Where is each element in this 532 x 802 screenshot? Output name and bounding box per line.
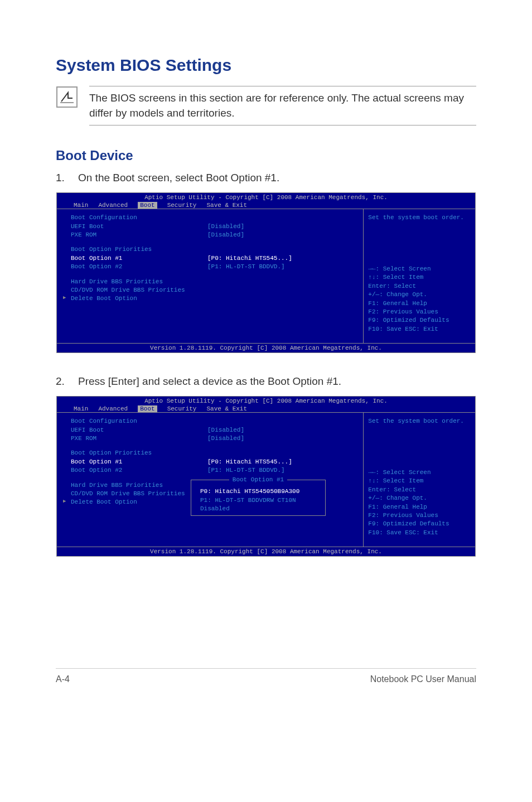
uefi-boot-label[interactable]: UEFI Boot [71, 223, 207, 231]
bios-keys-2: →←: Select Screen ↑↓: Select Item Enter:… [368, 468, 471, 537]
bios-panel-1: Aptio Setup Utility - Copyright [C] 2008… [56, 192, 476, 353]
step-1: 1. On the Boot screen, select Boot Optio… [56, 172, 476, 184]
boot-opt2-label-2[interactable]: Boot Option #2 [71, 466, 207, 475]
page-footer: A-4 Notebook PC User Manual [56, 668, 476, 684]
key-enter: Enter: Select [368, 282, 471, 291]
popup-title: Boot Option #1 [229, 476, 287, 483]
step-2: 2. Press [Enter] and select a device as … [56, 375, 476, 388]
key-f2: F2: Previous Values [368, 308, 471, 316]
boot-opt2-value: [P1: HL-DT-ST BDDVD.] [207, 263, 285, 271]
svg-rect-0 [57, 87, 77, 107]
boot-opt2-value-2: [P1: HL-DT-ST BDDVD.] [207, 466, 285, 475]
boot-opt2-label[interactable]: Boot Option #2 [71, 263, 207, 271]
uefi-boot-value: [Disabled] [207, 223, 244, 231]
bios-panel-2: Aptio Setup Utility - Copyright [C] 2008… [56, 396, 476, 557]
bios-tabs-2: Main Advanced Boot Security Save & Exit [57, 404, 475, 412]
note-icon [56, 86, 78, 108]
note-text: The BIOS screens in this section are for… [89, 91, 476, 120]
bios-right-1: Set the system boot order. →←: Select Sc… [363, 209, 475, 343]
boot-priorities-label: Boot Option Priorities [71, 245, 207, 254]
tab-boot-2[interactable]: Boot [138, 405, 157, 412]
section-subtitle: Boot Device [56, 148, 476, 163]
key-f10: F10: Save ESC: Exit [368, 325, 471, 334]
pxe-rom-value-2: [Disabled] [207, 434, 244, 443]
delete-boot-label[interactable]: Delete Boot Option [71, 294, 207, 303]
note-section: The BIOS screens in this section are for… [56, 86, 476, 125]
pxe-rom-label-2[interactable]: PXE ROM [71, 434, 207, 443]
boot-opt1-value: [P0: Hitachi HTS545...] [207, 254, 292, 263]
delete-boot-label-2[interactable]: Delete Boot Option [71, 498, 207, 506]
footer-right: Notebook PC User Manual [370, 674, 476, 684]
step-2-text: Press [Enter] and select a device as the… [78, 375, 341, 388]
step-2-num: 2. [56, 375, 78, 388]
tab-security[interactable]: Security [167, 202, 197, 209]
step-1-text: On the Boot screen, select Boot Option #… [78, 172, 279, 184]
uefi-boot-value-2: [Disabled] [207, 426, 244, 434]
pxe-rom-label[interactable]: PXE ROM [71, 231, 207, 239]
cddvd-bbs-label-2[interactable]: CD/DVD ROM Drive BBS Priorities [71, 490, 207, 498]
key-select-item: ↑↓: Select Item [368, 273, 471, 282]
boot-opt1-value-2: [P0: Hitachi HTS545...] [207, 458, 292, 466]
bios-header-1: Aptio Setup Utility - Copyright [C] 2008… [57, 193, 475, 201]
uefi-boot-label-2[interactable]: UEFI Boot [71, 426, 207, 434]
popup-item-3[interactable]: Disabled [197, 505, 320, 513]
bios-left-2: Boot Configuration UEFI Boot[Disabled] P… [57, 413, 363, 547]
bios-footer-2: Version 1.28.1119. Copyright [C] 2008 Am… [57, 547, 475, 556]
tab-boot[interactable]: Boot [138, 202, 157, 209]
bios-right-2: Set the system boot order. →←: Select Sc… [363, 413, 475, 547]
boot-opt1-label-2[interactable]: Boot Option #1 [71, 458, 207, 466]
footer-left: A-4 [56, 674, 70, 684]
key-f9: F9: Optimized Defaults [368, 316, 471, 325]
tab-advanced-2[interactable]: Advanced [98, 405, 128, 412]
key-select-screen-2: →←: Select Screen [368, 468, 471, 477]
hdd-bbs-label[interactable]: Hard Drive BBS Priorities [71, 278, 207, 286]
tab-advanced[interactable]: Advanced [98, 202, 128, 209]
key-select-screen: →←: Select Screen [368, 265, 471, 273]
bios-footer-1: Version 1.28.1119. Copyright [C] 2008 Am… [57, 343, 475, 352]
tab-save-exit-2[interactable]: Save & Exit [206, 405, 247, 412]
boot-priorities-label-2: Boot Option Priorities [71, 449, 207, 457]
boot-config-label-2: Boot Configuration [71, 417, 207, 426]
bios-keys: →←: Select Screen ↑↓: Select Item Enter:… [368, 265, 471, 334]
popup-item-2[interactable]: P1: HL-DT-ST BDDVDRW CT10N [197, 496, 320, 505]
boot-config-label: Boot Configuration [71, 214, 207, 222]
hdd-bbs-label-2[interactable]: Hard Drive BBS Priorities [71, 481, 207, 490]
key-select-item-2: ↑↓: Select Item [368, 477, 471, 485]
pxe-rom-value: [Disabled] [207, 231, 244, 239]
key-change-opt-2: +/—: Change Opt. [368, 494, 471, 503]
boot-opt1-label[interactable]: Boot Option #1 [71, 254, 207, 263]
boot-option-popup: Boot Option #1 P0: Hitachi HTS545050B9A3… [191, 480, 326, 516]
key-f10-2: F10: Save ESC: Exit [368, 529, 471, 537]
key-f9-2: F9: Optimized Defaults [368, 520, 471, 528]
bios-left-1: Boot Configuration UEFI Boot[Disabled] P… [57, 209, 363, 343]
step-1-num: 1. [56, 172, 78, 184]
key-f1: F1: General Help [368, 299, 471, 308]
bios-tabs-1: Main Advanced Boot Security Save & Exit [57, 201, 475, 209]
key-enter-2: Enter: Select [368, 486, 471, 494]
bios-header-2: Aptio Setup Utility - Copyright [C] 2008… [57, 397, 475, 404]
bios-help-text: Set the system boot order. [368, 214, 471, 222]
page-title: System BIOS Settings [56, 56, 476, 75]
tab-save-exit[interactable]: Save & Exit [206, 202, 247, 209]
cddvd-bbs-label[interactable]: CD/DVD ROM Drive BBS Priorities [71, 286, 207, 294]
key-f1-2: F1: General Help [368, 503, 471, 511]
tab-main[interactable]: Main [74, 202, 88, 209]
tab-security-2[interactable]: Security [167, 405, 197, 412]
popup-item-1[interactable]: P0: Hitachi HTS545050B9A300 [197, 487, 320, 496]
key-change-opt: +/—: Change Opt. [368, 291, 471, 299]
tab-main-2[interactable]: Main [74, 405, 88, 412]
key-f2-2: F2: Previous Values [368, 511, 471, 520]
bios-help-text-2: Set the system boot order. [368, 417, 471, 426]
